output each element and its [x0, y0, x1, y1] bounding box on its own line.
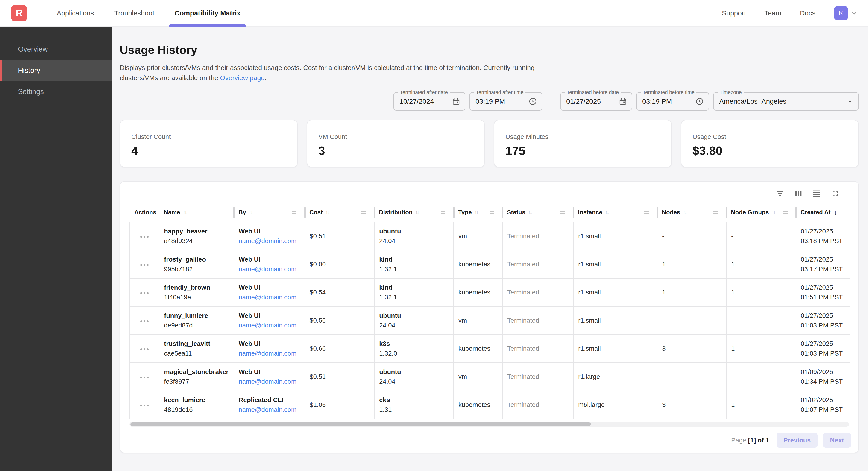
column-header-by[interactable]: By↑↓	[234, 203, 305, 222]
by-email-link[interactable]: name@domain.com	[239, 322, 300, 329]
overview-page-link[interactable]: Overview page	[220, 74, 265, 82]
page-info: [1] of 1	[748, 437, 769, 444]
row-actions-button[interactable]	[138, 374, 150, 381]
nav-item-applications[interactable]: Applications	[46, 0, 104, 26]
row-actions-button[interactable]	[138, 402, 150, 409]
distribution-name: kind	[379, 284, 449, 291]
dot	[140, 292, 142, 294]
column-header-type[interactable]: Type↑↓	[454, 203, 502, 222]
cell-node_groups: 1	[726, 278, 796, 306]
type-value: kubernetes	[458, 261, 490, 268]
row-actions-button[interactable]	[138, 346, 150, 353]
status-value: Terminated	[507, 289, 539, 296]
cell-distribution: ubuntu24.04	[374, 222, 454, 250]
nav-link-team[interactable]: Team	[764, 9, 781, 17]
column-menu-icon[interactable]	[644, 211, 649, 214]
nav-item-compatibility-matrix[interactable]: Compatibility Matrix	[164, 0, 251, 26]
sort-icon[interactable]: ↑↓	[183, 209, 186, 215]
row-actions-button[interactable]	[138, 318, 150, 325]
table-row: trusting_leavittcae5ea11Web UIname@domai…	[130, 334, 850, 363]
column-header-distribution[interactable]: Distribution↑↓	[374, 203, 454, 222]
cell-type: vm	[454, 363, 502, 391]
cell-status: Terminated	[502, 222, 574, 250]
terminated-after-time-field[interactable]: Terminated after time 03:19 PM	[469, 92, 542, 111]
clock-icon[interactable]	[528, 97, 537, 106]
column-menu-icon[interactable]	[713, 211, 718, 214]
dot	[147, 236, 149, 238]
column-header-created_at[interactable]: Created At↓	[796, 203, 850, 222]
sidebar-item-settings[interactable]: Settings	[0, 81, 113, 102]
avatar[interactable]: K	[834, 6, 848, 20]
cell-node_groups: 1	[726, 250, 796, 278]
fullscreen-icon[interactable]	[831, 189, 840, 198]
column-header-status[interactable]: Status↑↓	[502, 203, 574, 222]
terminated-before-time-field[interactable]: Terminated before time 03:19 PM	[636, 92, 709, 111]
column-menu-icon[interactable]	[362, 211, 366, 214]
column-menu-icon[interactable]	[292, 211, 297, 214]
user-menu[interactable]: K	[834, 6, 858, 20]
created-date: 01/27/2025	[801, 340, 846, 348]
calendar-icon[interactable]	[452, 97, 460, 106]
sort-icon[interactable]: ↑↓	[249, 209, 252, 215]
distribution-version: 1.32.0	[379, 350, 449, 357]
horizontal-scrollbar[interactable]	[129, 422, 849, 426]
row-actions-button[interactable]	[138, 261, 150, 269]
next-page-button[interactable]: Next	[823, 433, 851, 448]
primary-nav: Applications Troubleshoot Compatibility …	[46, 0, 251, 26]
column-menu-icon[interactable]	[490, 211, 494, 214]
nav-right: Support Team Docs K	[722, 6, 868, 20]
instance-value: r1.small	[578, 261, 601, 268]
nav-item-troubleshoot[interactable]: Troubleshoot	[104, 0, 164, 26]
columns-icon[interactable]	[794, 189, 803, 198]
stat-value: 3	[318, 144, 484, 157]
table-row: magical_stonebrakerfe3f8977Web UIname@do…	[130, 363, 850, 391]
terminated-before-date-field[interactable]: Terminated before date 01/27/2025	[560, 92, 632, 111]
calendar-icon[interactable]	[619, 97, 627, 106]
column-header-nodes[interactable]: Nodes↑↓	[657, 203, 726, 222]
type-value: kubernetes	[458, 289, 490, 296]
sort-icon[interactable]: ↑↓	[683, 209, 686, 215]
by-email-link[interactable]: name@domain.com	[239, 294, 300, 301]
nav-link-support[interactable]: Support	[722, 9, 746, 17]
sort-icon[interactable]: ↑↓	[415, 209, 418, 215]
cluster-name: friendly_brown	[164, 284, 229, 291]
row-actions-button[interactable]	[138, 233, 150, 241]
cell-distribution: ubuntu24.04	[374, 363, 454, 391]
row-actions-button[interactable]	[138, 289, 150, 297]
created-time: 01:07 PM PST	[801, 406, 846, 413]
column-header-node_groups[interactable]: Node Groups↑↓	[726, 203, 796, 222]
column-menu-icon[interactable]	[560, 211, 565, 214]
column-header-name[interactable]: Name↑↓	[159, 203, 234, 222]
sort-icon[interactable]: ↑↓	[474, 209, 478, 215]
by-email-link[interactable]: name@domain.com	[239, 406, 300, 413]
sort-icon[interactable]: ↑↓	[528, 209, 531, 215]
filter-icon[interactable]	[775, 189, 785, 198]
column-menu-icon[interactable]	[441, 211, 445, 214]
column-header-instance[interactable]: Instance↑↓	[574, 203, 657, 222]
cluster-id: a48d9324	[164, 237, 229, 245]
distribution-cell: k3s1.32.0	[379, 340, 449, 357]
column-menu-icon[interactable]	[783, 211, 787, 214]
field-label: Timezone	[718, 89, 744, 95]
sidebar-item-history[interactable]: History	[0, 60, 113, 81]
by-email-link[interactable]: name@domain.com	[239, 237, 300, 245]
by-email-link[interactable]: name@domain.com	[239, 350, 300, 357]
distribution-name: kind	[379, 256, 449, 263]
sidebar-item-overview[interactable]: Overview	[0, 39, 113, 60]
density-icon[interactable]	[812, 189, 822, 198]
previous-page-button[interactable]: Previous	[777, 433, 817, 448]
column-header-cost[interactable]: Cost↑↓	[305, 203, 374, 222]
replicated-logo[interactable]: R	[11, 5, 27, 21]
terminated-after-date-field[interactable]: Terminated after date 10/27/2024	[394, 92, 465, 111]
cell-instance: r1.small	[574, 250, 657, 278]
by-email-link[interactable]: name@domain.com	[239, 378, 300, 385]
by-email-link[interactable]: name@domain.com	[239, 265, 300, 273]
sort-desc-icon[interactable]: ↓	[834, 209, 837, 216]
sort-icon[interactable]: ↑↓	[605, 209, 609, 215]
nav-link-docs[interactable]: Docs	[800, 9, 815, 17]
sort-icon[interactable]: ↑↓	[772, 209, 775, 215]
timezone-select[interactable]: Timezone America/Los_Angeles	[713, 92, 859, 111]
scrollbar-thumb[interactable]	[130, 422, 591, 426]
sort-icon[interactable]: ↑↓	[326, 209, 329, 215]
clock-icon[interactable]	[695, 97, 704, 106]
